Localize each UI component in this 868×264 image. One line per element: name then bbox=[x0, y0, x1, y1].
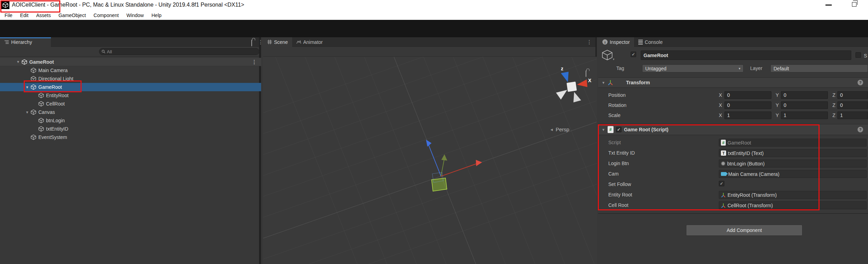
object-ref-label: CellRoot (Transform) bbox=[728, 203, 773, 208]
add-component-button[interactable]: Add Component bbox=[686, 225, 802, 236]
tab-console-label: Console bbox=[645, 39, 663, 45]
item-label: CellRoot bbox=[46, 101, 65, 107]
restore-button[interactable] bbox=[852, 2, 856, 7]
orientation-z-cone[interactable] bbox=[561, 72, 569, 82]
menu-assets[interactable]: Assets bbox=[32, 10, 55, 20]
item-label: btnLogin bbox=[46, 118, 65, 123]
lock-icon[interactable] bbox=[251, 40, 252, 46]
foldout-icon[interactable]: ▼ bbox=[15, 60, 22, 64]
cell-root-field[interactable]: CellRoot (Transform) bbox=[719, 201, 867, 209]
icon-picker-caret[interactable]: ▾ bbox=[613, 57, 615, 61]
foldout-icon[interactable]: ▼ bbox=[602, 128, 605, 132]
hierarchy-search[interactable] bbox=[99, 48, 259, 55]
menu-edit[interactable]: Edit bbox=[16, 10, 32, 20]
transform-component-header[interactable]: ▼ Transform ? bbox=[598, 77, 868, 88]
minimize-button[interactable] bbox=[825, 5, 832, 6]
scene-viewport[interactable]: z X ◄ Persp bbox=[263, 57, 597, 264]
rotation-y-field[interactable]: 0 bbox=[781, 101, 828, 109]
tab-console[interactable]: Console bbox=[634, 37, 667, 47]
orientation-x-cone[interactable] bbox=[577, 79, 587, 87]
layer-dropdown[interactable]: Default bbox=[770, 64, 868, 72]
scene-lock-icon[interactable] bbox=[586, 71, 586, 77]
hierarchy-item-gameroot[interactable]: ▼ GameRoot bbox=[0, 83, 261, 91]
tag-label: Tag bbox=[616, 65, 624, 71]
transform-axes-icon bbox=[721, 203, 726, 208]
txt-entity-id-field[interactable]: T txtEntityID (Text) bbox=[719, 149, 867, 157]
hierarchy-item-txtentityid[interactable]: txtEntityID bbox=[0, 125, 261, 133]
foldout-icon[interactable]: ▼ bbox=[24, 85, 31, 89]
menu-gameobject[interactable]: GameObject bbox=[55, 10, 90, 20]
orientation-cone-back1[interactable] bbox=[556, 90, 567, 100]
txt-entity-id-label: Txt Entity ID bbox=[608, 150, 635, 156]
gameobject-cube-icon bbox=[31, 76, 36, 81]
scale-z-field[interactable]: 1 bbox=[837, 111, 868, 119]
foldout-icon[interactable]: ▼ bbox=[602, 81, 605, 85]
gameroot-script-header[interactable]: ▼ # ✓ Game Root (Script) ? bbox=[598, 124, 868, 135]
tab-inspector[interactable]: i Inspector bbox=[598, 37, 634, 47]
window-title: AOICellClient - GameRoot - PC, Mac & Lin… bbox=[12, 2, 244, 8]
tab-scene[interactable]: Scene bbox=[263, 37, 292, 47]
menu-file[interactable]: File bbox=[1, 10, 16, 20]
hierarchy-item-btnlogin[interactable]: btnLogin bbox=[0, 116, 261, 125]
gizmo-plane-handle[interactable] bbox=[432, 178, 447, 191]
help-icon[interactable]: ? bbox=[858, 127, 863, 132]
hierarchy-item-canvas[interactable]: ▼ Canvas bbox=[0, 108, 261, 116]
projection-label: Persp bbox=[556, 126, 569, 132]
hierarchy-item-main-camera[interactable]: Main Camera bbox=[0, 66, 261, 75]
hierarchy-item-eventsystem[interactable]: EventSystem bbox=[0, 133, 261, 141]
tab-hierarchy-label: Hierarchy bbox=[11, 39, 32, 45]
gizmo-x-arrow[interactable] bbox=[476, 160, 482, 166]
hierarchy-menu-kebab[interactable]: ⋮ bbox=[258, 39, 263, 45]
orientation-cone-back2[interactable] bbox=[573, 92, 581, 102]
tag-dropdown[interactable]: Untagged ▾ bbox=[642, 64, 744, 72]
rotation-x-field[interactable]: 0 bbox=[724, 101, 771, 109]
position-label: Position bbox=[608, 92, 626, 98]
hierarchy-search-input[interactable] bbox=[107, 49, 257, 54]
rotation-z-field[interactable]: 0 bbox=[837, 101, 868, 109]
set-follow-checkbox[interactable]: ✓ bbox=[719, 181, 724, 186]
scale-y-field[interactable]: 1 bbox=[781, 111, 828, 119]
hierarchy-item-cellroot[interactable]: CellRoot bbox=[0, 100, 261, 108]
cam-field[interactable]: Main Camera (Camera) bbox=[719, 170, 867, 178]
object-ref-label: EntityRoot (Transform) bbox=[728, 192, 777, 198]
transform-axes-icon bbox=[721, 193, 726, 197]
item-label: Directional Light bbox=[38, 76, 73, 81]
entity-root-field[interactable]: EntityRoot (Transform) bbox=[719, 191, 867, 199]
object-name-field[interactable]: GameRoot bbox=[641, 51, 851, 60]
position-x-field[interactable]: 0 bbox=[724, 91, 771, 99]
scene-menu-kebab[interactable]: ⋮ bbox=[587, 39, 592, 45]
hierarchy-panel: Hierarchy ⋮ + ▾ ▼ GameRoot ⋮ Main Camera… bbox=[0, 37, 261, 264]
static-checkbox[interactable] bbox=[855, 52, 861, 58]
gizmo-y-arrow[interactable] bbox=[441, 154, 447, 161]
z-axis-label: Z bbox=[832, 92, 836, 98]
item-label: txtEntityID bbox=[46, 126, 68, 132]
active-checkbox[interactable]: ✓ bbox=[631, 52, 636, 57]
scene-menu-kebab[interactable]: ⋮ bbox=[252, 59, 257, 64]
object-ref-label: btnLogin (Button) bbox=[727, 161, 764, 166]
menu-window[interactable]: Window bbox=[123, 10, 148, 20]
component-enabled-checkbox[interactable]: ✓ bbox=[616, 127, 622, 132]
move-gizmo[interactable] bbox=[411, 136, 492, 195]
tab-animator[interactable]: Animator bbox=[292, 37, 327, 47]
object-ref-label: Main Camera (Camera) bbox=[728, 171, 779, 177]
gizmo-cube[interactable] bbox=[566, 81, 577, 92]
hierarchy-item-directional-light[interactable]: Directional Light bbox=[0, 75, 261, 83]
position-y-field[interactable]: 0 bbox=[781, 91, 828, 99]
tab-hierarchy[interactable]: Hierarchy bbox=[0, 37, 51, 47]
projection-toggle[interactable]: ◄ Persp bbox=[550, 126, 569, 132]
hierarchy-scene-root[interactable]: ▼ GameRoot ⋮ bbox=[0, 58, 261, 66]
foldout-icon[interactable]: ▼ bbox=[24, 110, 31, 114]
static-label: S bbox=[864, 53, 867, 59]
tab-inspector-label: Inspector bbox=[610, 39, 630, 45]
tab-animator-label: Animator bbox=[303, 39, 323, 45]
script-object-field[interactable]: # GameRoot bbox=[719, 139, 867, 147]
menu-component[interactable]: Component bbox=[90, 10, 122, 20]
menu-help[interactable]: Help bbox=[147, 10, 165, 20]
scale-x-field[interactable]: 1 bbox=[724, 111, 771, 119]
text-component-icon: T bbox=[721, 150, 726, 156]
orientation-gizmo[interactable]: z X bbox=[549, 65, 594, 111]
login-btn-field[interactable]: btnLogin (Button) bbox=[719, 160, 867, 168]
help-icon[interactable]: ? bbox=[858, 80, 863, 85]
position-z-field[interactable]: 0 bbox=[837, 91, 868, 99]
hierarchy-item-entityroot[interactable]: EntityRoot bbox=[0, 91, 261, 100]
